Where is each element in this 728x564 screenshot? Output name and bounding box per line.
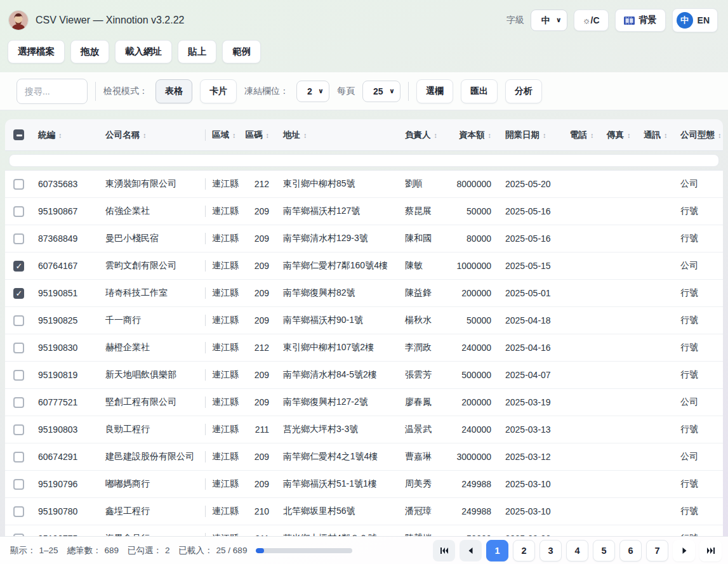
font-size-label: 字級 xyxy=(506,15,524,26)
column-header-0[interactable]: 統編↕ xyxy=(32,129,99,141)
font-size-select[interactable]: 中 ∨ xyxy=(531,10,567,31)
row-checkbox[interactable] xyxy=(13,452,24,462)
row-checkbox[interactable] xyxy=(13,206,24,217)
column-header-4[interactable]: 地址↕ xyxy=(277,129,399,141)
column-header-6[interactable]: 資本額↕ xyxy=(446,129,499,141)
cell-開業日期: 2025-05-16 xyxy=(499,233,564,244)
row-checkbox[interactable] xyxy=(13,261,24,272)
row-checkbox[interactable] xyxy=(13,534,24,537)
column-header-8[interactable]: 電話↕ xyxy=(564,129,600,141)
first-page-button[interactable] xyxy=(433,540,455,561)
file-action-button-1[interactable]: 拖放 xyxy=(70,40,109,63)
row-checkbox[interactable] xyxy=(13,288,24,299)
cell-負責人: 李潤政 xyxy=(399,342,446,353)
cell-地址: 南竿鄉福沃村127號 xyxy=(277,206,399,217)
cell-公司型態: 行號 xyxy=(674,233,723,244)
row-checkbox[interactable] xyxy=(13,343,24,353)
table-row: 60674291建邑建設股份有限公司連江縣209南竿鄉仁愛村4之1號4樓曹嘉琳3… xyxy=(5,443,723,471)
first-page-icon xyxy=(439,546,449,556)
column-header-10[interactable]: 通訊↕ xyxy=(637,129,674,141)
load-progress-bar xyxy=(256,548,352,553)
select-all-checkbox[interactable] xyxy=(13,129,24,140)
file-action-button-4[interactable]: 範例 xyxy=(222,40,261,63)
previous-page-button[interactable] xyxy=(460,540,482,561)
column-header-2[interactable]: 區域↕ xyxy=(206,129,245,141)
per-page-label: 每頁 xyxy=(337,86,355,97)
file-action-button-3[interactable]: 貼上 xyxy=(178,40,216,63)
row-checkbox[interactable] xyxy=(13,506,24,517)
page-button-1[interactable]: 1 xyxy=(486,540,508,561)
row-checkbox[interactable] xyxy=(13,315,24,326)
analyze-button[interactable]: 分析 xyxy=(505,79,542,103)
row-checkbox[interactable] xyxy=(13,370,24,381)
cell-公司型態: 公司 xyxy=(674,397,723,408)
cell-開業日期: 2025-03-10 xyxy=(499,479,564,489)
cell-資本額: 80000 xyxy=(446,233,499,244)
column-header-5[interactable]: 負責人↕ xyxy=(399,129,446,141)
sort-icon: ↕ xyxy=(143,131,147,139)
table-row: 60777521堅創工程有限公司連江縣209南竿鄉復興村127-2號廖春鳳200… xyxy=(5,389,723,416)
cell-區碼: 209 xyxy=(245,261,277,271)
theme-toggle-button[interactable]: ☼/C xyxy=(574,10,609,31)
cell-區域: 連江縣 xyxy=(206,260,245,272)
column-header-11[interactable]: 公司型態↕ xyxy=(674,129,723,141)
horizontal-scrollbar[interactable] xyxy=(9,154,719,167)
column-header-1[interactable]: 公司名稱↕ xyxy=(99,129,206,141)
file-action-button-2[interactable]: 載入網址 xyxy=(115,40,172,63)
data-table: 統編↕公司名稱↕區域↕區碼↕地址↕負責人↕資本額↕開業日期↕電話↕傳真↕通訊↕公… xyxy=(5,119,723,536)
next-page-button[interactable] xyxy=(673,540,695,561)
row-checkbox[interactable] xyxy=(13,233,24,244)
table-row: 60735683東湧裝卸有限公司連江縣212東引鄉中柳村85號劉順8000000… xyxy=(5,171,723,198)
cell-統編: 60777521 xyxy=(32,397,99,407)
sort-icon: ↕ xyxy=(303,131,307,139)
sort-icon: ↕ xyxy=(627,131,631,139)
view-mode-label: 檢視模式： xyxy=(103,86,148,97)
table-toolbar: 檢視模式： 表格 卡片 凍結欄位： 2 ∨ 每頁 25 ∨ 選欄 匯出 分析 xyxy=(0,72,728,110)
per-page-select[interactable]: 25 ∨ xyxy=(362,81,400,102)
cell-資本額: 8000000 xyxy=(446,179,499,189)
search-input[interactable] xyxy=(17,79,88,104)
column-header-7[interactable]: 開業日期↕ xyxy=(499,129,564,141)
cell-統編: 87368849 xyxy=(32,233,99,244)
row-checkbox[interactable] xyxy=(13,424,24,435)
cell-負責人: 曹嘉琳 xyxy=(399,451,446,462)
file-action-button-0[interactable]: 選擇檔案 xyxy=(8,40,65,63)
page-button-2[interactable]: 2 xyxy=(513,540,535,561)
sort-icon: ↕ xyxy=(664,131,668,139)
cell-開業日期: 2025-03-19 xyxy=(499,397,564,407)
choose-columns-button[interactable]: 選欄 xyxy=(416,79,453,103)
column-header-3[interactable]: 區碼↕ xyxy=(245,129,277,141)
language-toggle-button[interactable]: 中 EN xyxy=(672,8,718,32)
cell-區域: 連江縣 xyxy=(206,506,245,517)
row-checkbox-cell xyxy=(5,506,32,517)
cell-開業日期: 2025-05-16 xyxy=(499,206,564,216)
sun-moon-icon: ☼/C xyxy=(583,15,600,25)
column-header-9[interactable]: 傳真↕ xyxy=(600,129,637,141)
export-button[interactable]: 匯出 xyxy=(461,79,498,103)
row-checkbox[interactable] xyxy=(13,397,24,408)
page-button-4[interactable]: 4 xyxy=(566,540,588,561)
table-row: 95190803良勁工程行連江縣211莒光鄉大坪村3-3號温景武24000020… xyxy=(5,416,723,443)
view-table-button[interactable]: 表格 xyxy=(156,79,192,103)
cell-區碼: 209 xyxy=(245,233,277,244)
page-button-3[interactable]: 3 xyxy=(539,540,562,561)
cell-區碼: 209 xyxy=(245,288,277,298)
last-page-button[interactable] xyxy=(699,540,722,561)
cell-公司型態: 行號 xyxy=(674,478,723,490)
cell-統編: 60674291 xyxy=(32,452,99,462)
page-button-5[interactable]: 5 xyxy=(593,540,615,561)
view-card-button[interactable]: 卡片 xyxy=(200,79,237,103)
cell-區域: 連江縣 xyxy=(206,397,245,408)
cell-區碼: 209 xyxy=(245,206,277,216)
table-row: 95190796嘟嘟媽商行連江縣209南竿鄉福沃村51-1號1樓周美秀24998… xyxy=(5,471,723,498)
row-checkbox[interactable] xyxy=(13,479,24,490)
freeze-columns-select[interactable]: 2 ∨ xyxy=(296,81,329,102)
page-button-7[interactable]: 7 xyxy=(646,540,668,561)
background-button[interactable]: 背景 xyxy=(615,9,666,32)
next-page-icon xyxy=(679,546,689,556)
cell-公司名稱: 東湧裝卸有限公司 xyxy=(99,178,206,190)
page-button-6[interactable]: 6 xyxy=(619,540,642,561)
sort-icon: ↕ xyxy=(543,131,546,139)
row-checkbox[interactable] xyxy=(13,179,24,190)
cell-區域: 連江縣 xyxy=(206,478,245,490)
